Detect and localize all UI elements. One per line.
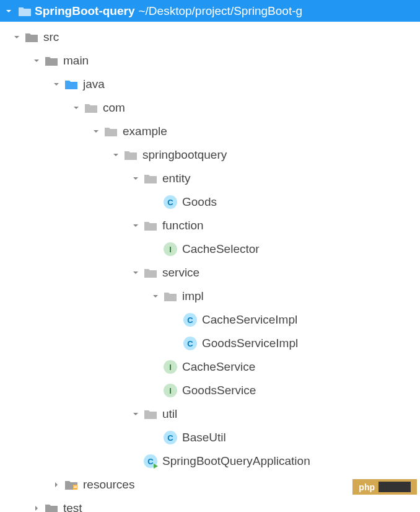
tree-item-label: java [83, 77, 105, 91]
svg-rect-2 [74, 487, 77, 488]
tree-item-label: test [63, 501, 82, 512]
chevron-down-icon[interactable] [130, 408, 141, 420]
interface-icon: I [164, 384, 177, 397]
tree-item-label: entity [162, 172, 190, 185]
chevron-down-icon[interactable] [130, 173, 141, 184]
package-icon [124, 148, 138, 162]
tree-item[interactable]: function [0, 214, 420, 237]
class-icon: C [164, 431, 177, 444]
folder-icon [45, 54, 58, 68]
chevron-down-icon [3, 6, 14, 17]
package-icon [104, 125, 118, 138]
tree-item-label: CacheService [182, 360, 255, 374]
chevron-down-icon[interactable] [130, 267, 141, 278]
tree-item-label: SpringBootQueryApplication [162, 454, 310, 468]
package-icon [144, 407, 157, 421]
folder-icon [25, 30, 38, 44]
source-folder-icon [64, 77, 78, 91]
package-icon [164, 289, 177, 303]
tree-item[interactable]: com [0, 96, 420, 120]
tree-item-label: Goods [182, 195, 217, 209]
tree-item-label: service [162, 266, 199, 280]
watermark-badge: php 中文网 [352, 479, 417, 495]
class-icon: C [183, 313, 197, 327]
tree-item-label: GoodsServiceImpl [202, 337, 298, 350]
svg-rect-1 [74, 486, 77, 487]
chevron-down-icon[interactable] [51, 79, 62, 90]
chevron-down-icon[interactable] [31, 55, 42, 66]
package-icon [144, 172, 157, 185]
chevron-down-icon[interactable] [90, 126, 102, 137]
project-path: ~/Desktop/project/SpringBoot-g [139, 4, 303, 18]
tree-item[interactable]: CCacheServiceImpl [0, 308, 420, 332]
tree-item[interactable]: ICacheService [0, 355, 420, 379]
project-folder-icon [19, 6, 31, 16]
tree-item[interactable]: main [0, 49, 420, 73]
class-icon: C [164, 195, 177, 209]
tree-item[interactable]: CGoods [0, 190, 420, 214]
tree-item[interactable]: test [0, 497, 420, 512]
tree-item[interactable]: service [0, 261, 420, 285]
tree-item-label: com [103, 101, 125, 115]
watermark-text: php [359, 482, 375, 492]
tree-item[interactable]: CBaseUtil [0, 426, 420, 449]
tree-item-label: example [123, 125, 167, 138]
tree-item[interactable]: entity [0, 167, 420, 190]
tree-item[interactable]: example [0, 120, 420, 143]
runnable-class-icon: C [144, 454, 157, 468]
tree-item-label: src [43, 30, 59, 44]
chevron-down-icon[interactable] [71, 102, 82, 113]
tree-item[interactable]: util [0, 402, 420, 426]
project-tree: srcmainjavacomexamplespringbootqueryenti… [0, 22, 420, 512]
chevron-right-icon[interactable] [51, 479, 62, 490]
tree-item-label: springbootquery [142, 148, 227, 162]
interface-icon: I [164, 242, 177, 256]
tree-item[interactable]: CSpringBootQueryApplication [0, 449, 420, 473]
tree-item-label: CacheSelector [182, 242, 260, 256]
tree-item-label: resources [83, 478, 134, 492]
project-header[interactable]: SpringBoot-query ~/Desktop/project/Sprin… [0, 0, 420, 22]
tree-item-label: CacheServiceImpl [202, 313, 297, 327]
chevron-down-icon[interactable] [110, 149, 121, 161]
project-name: SpringBoot-query [35, 4, 135, 18]
tree-item[interactable]: springbootquery [0, 143, 420, 167]
tree-item[interactable]: java [0, 73, 420, 96]
tree-item[interactable]: ICacheSelector [0, 237, 420, 261]
tree-item-label: impl [182, 289, 204, 303]
chevron-down-icon[interactable] [150, 291, 161, 302]
chevron-down-icon[interactable] [11, 32, 22, 43]
class-icon: C [183, 337, 197, 350]
package-icon [84, 101, 98, 115]
chevron-down-icon[interactable] [130, 220, 141, 231]
watermark-cn: 中文网 [378, 482, 411, 492]
resources-folder-icon [64, 478, 78, 492]
folder-icon [45, 501, 58, 512]
tree-item[interactable]: CGoodsServiceImpl [0, 332, 420, 355]
tree-item-label: BaseUtil [182, 431, 226, 444]
package-icon [144, 219, 157, 232]
tree-item[interactable]: src [0, 25, 420, 49]
tree-item-label: main [63, 54, 89, 68]
tree-item-label: function [162, 219, 204, 232]
tree-item-label: util [162, 407, 177, 421]
package-icon [144, 266, 157, 280]
chevron-right-icon[interactable] [31, 503, 42, 512]
interface-icon: I [164, 360, 177, 374]
tree-item[interactable]: IGoodsService [0, 379, 420, 402]
tree-item[interactable]: impl [0, 285, 420, 308]
tree-item-label: GoodsService [182, 384, 256, 397]
